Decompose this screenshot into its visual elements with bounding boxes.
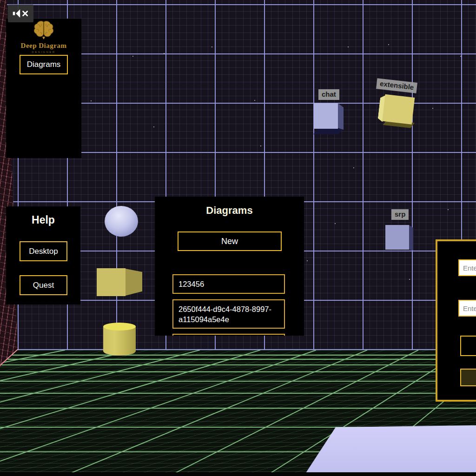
node-srp-cube[interactable] [385,225,414,252]
diagrams-menu-button[interactable]: Diagrams [20,55,68,74]
help-title: Help [6,214,80,226]
diagram-item[interactable]: 123456 [172,274,285,294]
right-panel-input-2[interactable] [458,300,476,317]
palette-cube[interactable] [97,268,143,297]
diagram-item[interactable]: 2650f444-d9c4-4878-8997-a115094a5e4e [172,299,285,329]
right-panel-button-2[interactable] [460,369,476,386]
node-extensible-cube[interactable] [377,90,418,131]
diagrams-title: Diagrams [155,205,304,217]
brand-title: Deep Diagram [6,42,81,50]
palette-sphere[interactable] [105,206,138,237]
diagram-item-clipped[interactable] [172,334,285,336]
right-panel-button-1[interactable] [460,336,476,356]
node-label-srp: srp [391,209,409,220]
mute-button[interactable] [8,5,33,22]
help-quest-button[interactable]: Quest [20,275,67,295]
help-panel: Help Desktop Quest [6,206,80,304]
right-panel-input-1[interactable] [458,259,476,276]
node-label-chat: chat [318,89,339,100]
new-diagram-button[interactable]: New [178,231,282,251]
diagrams-panel: Diagrams New 123456 2650f444-d9c4-4878-8… [155,197,304,336]
help-desktop-button[interactable]: Desktop [20,241,67,261]
brand-panel: Deep Diagram DESIGNER Diagrams [6,19,81,158]
bottom-strip [0,472,476,476]
palette-cylinder[interactable] [103,323,136,356]
brand-subtitle: DESIGNER [6,51,81,53]
node-chat-cube[interactable] [314,103,344,136]
right-panel [436,239,476,402]
muted-speaker-icon [12,7,30,20]
gold-brain-logo [6,20,81,41]
